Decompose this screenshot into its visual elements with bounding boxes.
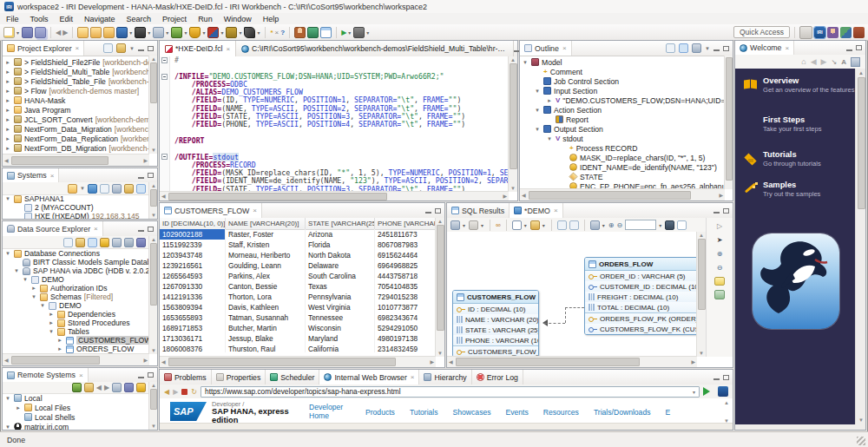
tab-remote-systems[interactable]: Remote Systems × [3,368,89,382]
refresh-icon[interactable]: ↻ [191,387,197,397]
refresh-icon[interactable] [112,383,122,392]
gear-icon[interactable] [136,184,146,194]
link-editor-icon[interactable] [116,43,126,53]
table-cell[interactable]: Florida [306,240,375,250]
align-left-icon[interactable] [557,220,567,230]
entity-field[interactable]: PHONE : VARCHAR (10) [453,335,538,345]
fold-marker-icon[interactable] [161,74,168,80]
table-row[interactable]: 1265564593Parkins, AlexSouth Carolina444… [160,271,436,281]
sortcl-caret-icon[interactable]: ▾ [129,30,132,36]
relationship-caret-icon[interactable]: ▾ [542,222,545,228]
tree-item-customers-flow[interactable]: ▸CUSTOMERS_FLOW [4,336,148,345]
minimize-icon[interactable] [425,212,431,214]
close-icon[interactable]: × [76,44,80,52]
minimize-icon[interactable] [138,230,144,232]
star-icon[interactable]: * [270,28,273,37]
export-profile-icon[interactable] [124,238,134,247]
sap-logo[interactable]: SAP [170,402,207,421]
tree-item-demo-schema[interactable]: ▾DEMO [4,301,148,310]
nextform-caret-icon[interactable]: ▾ [220,30,223,36]
table-cell[interactable]: Morneau, Heriberto [226,250,306,260]
table-cell[interactable]: 2451811673 [375,229,436,240]
table-icon[interactable] [320,27,332,38]
save-all-icon[interactable] [35,27,46,38]
menu-edit[interactable]: Edit [60,15,74,23]
quick-access-button[interactable]: Quick Access [733,26,790,38]
menu-tools[interactable]: Tools [30,15,49,23]
view-menu-icon[interactable]: ▼ [129,46,135,51]
horizontal-scrollbar[interactable]: ◀▶ [3,154,149,166]
fieldshield-caret-icon[interactable]: ▾ [148,30,150,36]
column-header-state[interactable]: STATE [VARCHAR(25)] [306,218,375,229]
table-cell[interactable]: 1239216561 [160,260,226,271]
menu-help[interactable]: Help [263,15,279,23]
table-cell[interactable]: 1029002188 [160,229,226,240]
table-cell[interactable]: Pennsylvania [306,292,375,302]
table-cell[interactable]: Raster, Foster [226,229,306,240]
table-row[interactable]: 1151992339Staff, KristenFlorida806708798… [160,240,436,250]
tree-item-local[interactable]: ▾Local [4,393,148,403]
sort-icon[interactable] [692,43,701,53]
close-icon[interactable]: × [94,225,98,233]
maximize-icon[interactable] [148,173,154,178]
tree-item-demo-db[interactable]: ▾DEMO [4,275,148,284]
er-diagram-canvas[interactable]: CUSTOMERS_FLOW ID : DECIMAL (10) NAME : … [447,232,697,357]
table-cell[interactable]: Wisconsin [306,323,375,333]
editor-tab-hxe-deid[interactable]: *HXE-DeID.fcl × [160,41,236,56]
outline-item-output-section[interactable]: ▾Output Section [522,124,724,134]
table-cell[interactable]: 4443758718 [375,271,436,281]
hammer-icon[interactable] [226,27,237,38]
tree-item-java-program[interactable]: ▸Java Program [4,105,148,115]
layout-caret-icon[interactable]: ▾ [463,222,465,228]
table-cell[interactable]: 1713036171 [160,333,226,344]
tree-item-local-shells[interactable]: Local Shells [4,412,148,422]
table-cell[interactable]: 1563809394 [160,302,226,312]
nextform-job-icon[interactable] [207,27,219,38]
code-line[interactable]: /FIELD=(PHONE, TYPE=ASCII, POSITION=4, S… [174,121,509,128]
table-row[interactable]: 1412191336Thorton, LoraPennsylvania72940… [160,292,436,302]
maximize-icon[interactable] [723,208,729,214]
fold-marker-icon[interactable] [161,57,168,63]
tab-demo-diagram[interactable]: *DEMO × [510,203,563,218]
shape-caret-icon[interactable]: ▾ [524,222,527,228]
outline-item-input-section[interactable]: ▾Input Section [522,86,724,95]
maximize-icon[interactable] [723,375,729,380]
close-icon[interactable]: × [562,44,567,52]
table-cell[interactable]: Butcher, Martin [226,323,306,333]
select-cursor-icon[interactable]: ➤ [717,235,723,245]
cosort-orca-logo[interactable] [753,233,839,329]
minimize-icon[interactable] [846,49,852,51]
menu-navigate[interactable]: Navigate [84,15,115,23]
vertical-scrollbar[interactable]: ▲▼ [148,56,157,154]
open-perspective-icon[interactable] [799,26,812,39]
import-profile-icon[interactable] [112,238,122,247]
back-icon[interactable]: ◀ [811,57,817,66]
link-icon[interactable]: ∞ [496,220,501,230]
open-folder-icon[interactable] [77,27,89,38]
new-wizard-caret-icon[interactable]: ▾ [16,30,19,36]
maximize-icon[interactable] [148,227,154,232]
nav-tutorials[interactable]: Tutorials [410,408,438,417]
tab-sql-results[interactable]: SQL Results [447,203,510,218]
tree-item-birt-db[interactable]: BIRT Classic Models Sample Database [4,258,148,266]
maximize-icon[interactable] [148,372,154,378]
monitor-icon[interactable] [112,184,122,194]
close-icon[interactable]: × [50,172,55,180]
tree-item-hana-mask[interactable]: ▸HANA-Mask [4,95,148,105]
minimize-icon[interactable] [138,177,144,179]
table-cell[interactable]: Texas [306,281,375,292]
menu-run[interactable]: Run [198,15,213,23]
vertical-scrollbar[interactable]: ▲ ▼ [855,69,865,424]
table-cell[interactable]: 7294015238 [375,292,436,302]
horizontal-scrollbar[interactable]: ◀▶ [447,356,697,367]
outline-item-infile[interactable]: ▸V"DEMO.CUSTOMERS_FLOW;DSN=HANA;UID=SYST… [522,95,724,105]
table-cell[interactable]: Tatman, Susannah [226,312,306,323]
table-row[interactable]: 1563809394Davis, KathleenWest Virginia10… [160,302,436,312]
table-cell[interactable]: 8067087983 [375,240,436,250]
import-icon[interactable] [90,27,102,38]
zoom-out-icon[interactable]: ⊖ [717,263,723,273]
quill-icon[interactable] [244,27,255,38]
tree-item-jcl-sort-convert[interactable]: ▸JCL_SORT_Convert[workbench-demos mas [4,115,148,124]
font-size-icon[interactable]: A [841,58,846,66]
entity-field[interactable]: ID : DECIMAL (10) [453,304,538,314]
